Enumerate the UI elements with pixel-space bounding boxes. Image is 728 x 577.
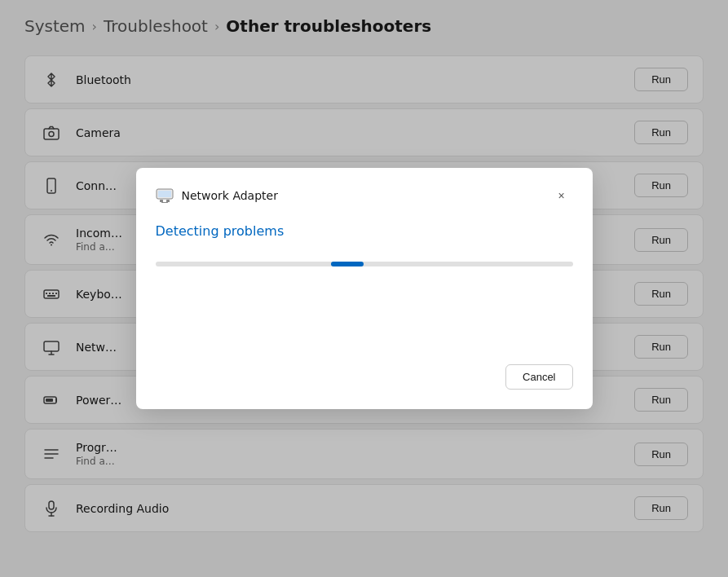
modal-dialog: Network Adapter × Detecting problems Can… [136,168,593,409]
svg-rect-24 [161,202,168,203]
progress-container [156,262,573,266]
svg-rect-21 [158,191,171,197]
network-adapter-icon [156,187,174,205]
modal-title-row: Network Adapter [156,187,278,205]
svg-rect-23 [166,200,170,202]
modal-cancel-button[interactable]: Cancel [505,364,572,390]
modal-title: Network Adapter [182,189,278,202]
modal-footer: Cancel [156,364,573,390]
modal-status: Detecting problems [156,223,573,239]
modal-close-button[interactable]: × [550,184,573,207]
progress-bar [331,262,364,266]
modal-overlay: Network Adapter × Detecting problems Can… [0,0,728,577]
svg-rect-22 [160,200,163,202]
modal-header: Network Adapter × [156,184,573,207]
